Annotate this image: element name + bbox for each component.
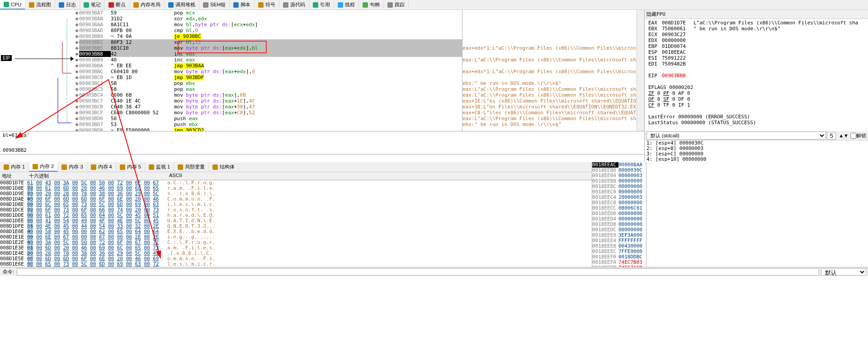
bp-icon [108, 2, 114, 8]
script-icon [233, 2, 239, 8]
command-input[interactable] [17, 268, 819, 276]
stack-pane[interactable]: 0018EEAC000008AA0018EEB00000030C0018EEB4… [592, 162, 646, 267]
disasm-row[interactable]: 00903BD8~ E9 F5000000jmp 903CD2 [79, 127, 462, 131]
tab-note[interactable]: 笔记 [80, 0, 105, 9]
memory-icon [149, 164, 154, 170]
disasm-row[interactable]: 00903BA759pop ecx [79, 10, 462, 16]
sym-icon [258, 2, 264, 8]
disasm-row[interactable]: 00903BB842inc edx [79, 51, 462, 57]
stack-row[interactable]: 0018EEE874FC7A9B [592, 265, 646, 267]
tab-ref[interactable]: 引用 [309, 0, 334, 9]
tab-src[interactable]: 源代码 [279, 0, 309, 9]
mem-tab[interactable]: 内存 4 [87, 162, 116, 172]
note-icon [84, 2, 89, 8]
memory-icon [4, 164, 9, 170]
tab-mem[interactable]: 内存布局 [130, 0, 165, 9]
tab-stack[interactable]: 调用堆栈 [165, 0, 199, 9]
disasm-row[interactable]: 00903BCBC640 38 47mov byte ptr ds:[eax+3… [79, 104, 462, 110]
tab-script[interactable]: 脚本 [230, 0, 255, 9]
registers-pane[interactable]: 隐藏FPU EAX008D1D7EL"aC:\\Program Files (x… [644, 10, 868, 131]
cpu-icon [4, 2, 9, 7]
ref-icon [313, 2, 318, 8]
disasm-row[interactable]: 00903BAD80FB 00cmp bl,0 [79, 28, 462, 33]
disasm-row[interactable]: 00903BC4C600 6Bmov byte ptr ds:[eax],6B [79, 92, 462, 98]
log-icon [59, 2, 64, 8]
col-hex: 十六进制 [27, 172, 167, 180]
memory-icon [91, 164, 96, 170]
disasm-row[interactable]: 00903BCFC680 C8000000 52mov byte ptr ds:… [79, 110, 462, 116]
col-address: 地址 [0, 172, 27, 180]
disasm-row[interactable]: 00903BB940inc eax [79, 57, 462, 63]
tab-handle[interactable]: 句柄 [359, 0, 384, 9]
mem-tab[interactable]: 监视 1 [145, 162, 174, 172]
disasm-row[interactable]: 00903BB280F3 12xor bl,12 [79, 39, 462, 45]
command-mode-select[interactable]: 默认 [821, 268, 866, 276]
seh-icon [203, 2, 208, 8]
stack-icon [168, 2, 174, 8]
tab-sym[interactable]: 符号 [255, 0, 279, 9]
tab-trace[interactable]: 跟踪 [384, 0, 409, 9]
disasm-row[interactable]: 00903BBCC60410 00mov byte ptr ds:[eax+ed… [79, 69, 462, 75]
disasm-row[interactable]: 00903BC25Bpop ebx [79, 80, 462, 86]
comments-pane: eax+edx*1:L"aC:\\Program Files (x86)\\Co… [462, 10, 637, 131]
mem-tab[interactable]: 内存 2 [29, 162, 58, 172]
memory-icon [33, 164, 38, 169]
tab-cpu[interactable]: CPU [0, 0, 25, 9]
command-label: 命令: [0, 268, 17, 275]
mem-tab[interactable]: 内存 3 [58, 162, 87, 172]
hide-fpu-toggle[interactable]: 隐藏FPU [646, 11, 665, 17]
tab-seh[interactable]: SEH链 [199, 0, 230, 9]
mem-tab[interactable]: 局部变量 [174, 162, 209, 172]
disassembly-pane[interactable]: EIP 00903BA759pop ecx00903BA831D2xor edx… [0, 10, 462, 131]
col-ascii: ASCII [167, 172, 184, 180]
disasm-row[interactable]: 00903BBA^ EB EEjmp 903BAA [79, 63, 462, 69]
memory-icon [61, 164, 67, 170]
handle-icon [363, 2, 368, 8]
eip-indicator: EIP [1, 55, 12, 61]
main-toolbar: CPU流程图日志笔记断点内存布局调用堆栈SEH链脚本符号源代码引用线程句柄跟踪 [0, 0, 868, 10]
stack-comment-pane: 返回到 gdi32.74EC7B03 自 ???返回到 gdi32.74FC7A… [646, 162, 868, 267]
src-icon [283, 2, 288, 8]
disasm-row[interactable]: 00903BAA8A1C11mov bl,byte ptr ds:[ecx+ed… [79, 22, 462, 28]
disasm-row[interactable]: 00903BD650push eax [79, 116, 462, 122]
disasm-row[interactable]: 00903BC358pop eax [79, 86, 462, 92]
command-bar: 命令: 默认 [0, 267, 868, 276]
calling-convention-select[interactable]: 默认 (stdcall) [646, 131, 826, 140]
mem-icon [133, 2, 139, 8]
thread-icon [338, 2, 343, 8]
disasm-row[interactable]: 00903BC0~ EB 1Djmp 903BDF [79, 75, 462, 80]
callstack-header: 默认 (stdcall) ▲▼ 解锁 [645, 131, 868, 140]
mem-tab[interactable]: 结构体 [209, 162, 239, 172]
memory-icon [120, 164, 125, 170]
tab-thread[interactable]: 线程 [334, 0, 359, 9]
memory-icon [212, 164, 218, 170]
flow-icon [29, 2, 34, 8]
mem-tab[interactable]: 内存 1 [0, 162, 29, 172]
lock-checkbox[interactable] [850, 133, 856, 139]
memory-icon [178, 164, 183, 170]
disasm-row[interactable]: 00903BA831D2xor edx,edx [79, 16, 462, 22]
tab-log[interactable]: 日志 [55, 0, 80, 9]
tab-bp[interactable]: 断点 [105, 0, 130, 9]
trace-icon [387, 2, 393, 8]
disasm-row[interactable]: 00903BC7C640 1E 4Cmov byte ptr ds:[eax+1… [79, 98, 462, 104]
status-bar: bl=61 'a' 00903BB2 [0, 131, 644, 154]
disasm-row[interactable]: 00903BB5881C10mov byte ptr ds:[eax+edx],… [79, 45, 462, 51]
memory-dump-pane[interactable]: 内存 1内存 2内存 3内存 4内存 5监视 1局部变量结构体 地址 十六进制 … [0, 162, 592, 267]
disasm-row[interactable]: 00903BD753push ebx [79, 122, 462, 127]
arg-count-input[interactable] [827, 132, 836, 140]
disasm-row[interactable]: 00903BB0~ 74 0Aje 903BBC [79, 33, 462, 39]
tab-flow[interactable]: 流程图 [25, 0, 55, 9]
mem-tab[interactable]: 内存 5 [116, 162, 145, 172]
